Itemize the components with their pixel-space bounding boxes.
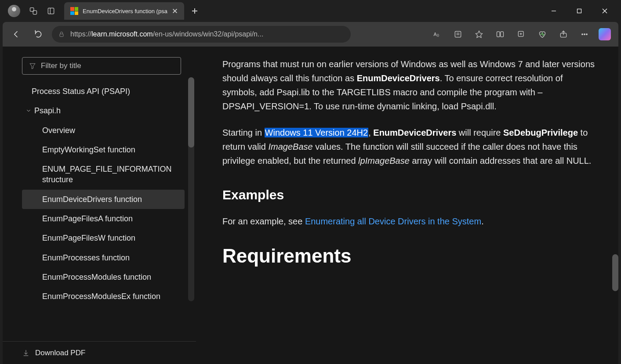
svg-rect-12: [60, 34, 63, 36]
toolbar: https://learn.microsoft.com/en-us/window…: [3, 22, 618, 47]
tab-close-icon[interactable]: [172, 8, 178, 14]
chevron-down-icon: [25, 108, 32, 114]
collections-icon[interactable]: [512, 26, 530, 43]
page-content: Filter by title Process Status API (PSAP…: [3, 47, 618, 364]
nav-item-enumprocesses[interactable]: EnumProcesses function: [22, 248, 185, 267]
tab-actions-icon[interactable]: [47, 7, 55, 15]
minimize-button[interactable]: [541, 0, 567, 22]
article[interactable]: Programs that must run on earlier versio…: [196, 47, 618, 364]
favorite-icon[interactable]: [470, 26, 488, 43]
svg-text:)): )): [437, 33, 439, 37]
nav-item-overview[interactable]: Overview: [22, 121, 185, 140]
maximize-button[interactable]: [567, 0, 592, 22]
workspaces-icon[interactable]: [29, 7, 38, 15]
heading-requirements: Requirements: [222, 241, 595, 271]
browser-tab[interactable]: EnumDeviceDrivers function (psa: [64, 2, 184, 20]
download-icon: [22, 349, 30, 357]
nav-item-enumprocessmodulesex[interactable]: EnumProcessModulesEx function: [22, 287, 185, 306]
url-text: https://learn.microsoft.com/en-us/window…: [70, 30, 345, 38]
nav-item-enumpagefilesw[interactable]: EnumPageFilesW function: [22, 228, 185, 248]
nav-item-psapi-h[interactable]: Psapi.h: [22, 101, 185, 120]
back-button[interactable]: [8, 26, 25, 43]
svg-marker-18: [476, 31, 483, 38]
split-screen-icon[interactable]: [491, 26, 509, 43]
nav-item-enum-page-file-info[interactable]: ENUM_PAGE_FILE_INFORMATION structure: [22, 159, 185, 190]
svg-rect-19: [497, 32, 500, 37]
highlighted-text: Windows 11 Version 24H2: [265, 128, 369, 137]
svg-rect-9: [577, 9, 581, 13]
nav-item-emptyworkingset[interactable]: EmptyWorkingSet function: [22, 140, 185, 159]
read-aloud-icon[interactable]: A)): [428, 26, 446, 43]
copilot-button[interactable]: [596, 26, 613, 43]
window-controls: [541, 0, 617, 22]
address-bar[interactable]: https://learn.microsoft.com/en-us/window…: [52, 26, 351, 43]
share-icon[interactable]: [554, 26, 573, 43]
svg-marker-29: [30, 64, 35, 69]
profile-avatar[interactable]: [8, 5, 20, 17]
sidebar: Filter by title Process Status API (PSAP…: [3, 47, 196, 364]
nav-list: Process Status API (PSAPI) Psapi.h Overv…: [3, 79, 196, 341]
refresh-button[interactable]: [30, 26, 47, 43]
heading-examples: Examples: [222, 184, 595, 205]
health-icon[interactable]: [533, 26, 552, 43]
copilot-icon: [599, 28, 611, 40]
new-tab-button[interactable]: [189, 5, 201, 17]
filter-icon: [29, 62, 36, 70]
sidebar-scrollbar-thumb[interactable]: [188, 77, 194, 148]
titlebar: EnumDeviceDrivers function (psa: [0, 0, 621, 22]
svg-point-26: [582, 34, 583, 35]
svg-rect-20: [501, 32, 504, 37]
tab-favicon-icon: [70, 7, 78, 15]
paragraph-24h2: Starting in Windows 11 Version 24H2, Enu…: [222, 126, 595, 168]
nav-item-enumdevicedrivers[interactable]: EnumDeviceDrivers function: [22, 190, 185, 209]
example-link[interactable]: Enumerating all Device Drivers in the Sy…: [305, 216, 481, 226]
nav-item-enumpagefilesa[interactable]: EnumPageFilesA function: [22, 209, 185, 228]
more-icon[interactable]: [575, 26, 594, 43]
tab-title: EnumDeviceDrivers function (psa: [83, 8, 167, 14]
paragraph-example: For an example, see Enumerating all Devi…: [222, 214, 595, 228]
page-scrollbar-thumb[interactable]: [612, 254, 618, 291]
titlebar-left: [4, 5, 55, 17]
download-pdf-button[interactable]: Download PDF: [3, 341, 196, 364]
nav-item-enumprocessmodules[interactable]: EnumProcessModules function: [22, 267, 185, 287]
toolbar-actions: A)): [428, 26, 613, 43]
svg-rect-15: [455, 31, 461, 37]
nav-item-psapi-root[interactable]: Process Status API (PSAPI): [22, 82, 185, 101]
paragraph-compat: Programs that must run on earlier versio…: [222, 57, 595, 113]
site-info-icon[interactable]: [58, 31, 65, 38]
svg-point-27: [584, 34, 585, 35]
filter-input[interactable]: Filter by title: [22, 57, 181, 75]
svg-rect-2: [48, 8, 54, 14]
svg-point-28: [586, 34, 588, 35]
filter-placeholder: Filter by title: [41, 61, 81, 70]
close-window-button[interactable]: [592, 0, 617, 22]
reader-icon[interactable]: [449, 26, 467, 43]
